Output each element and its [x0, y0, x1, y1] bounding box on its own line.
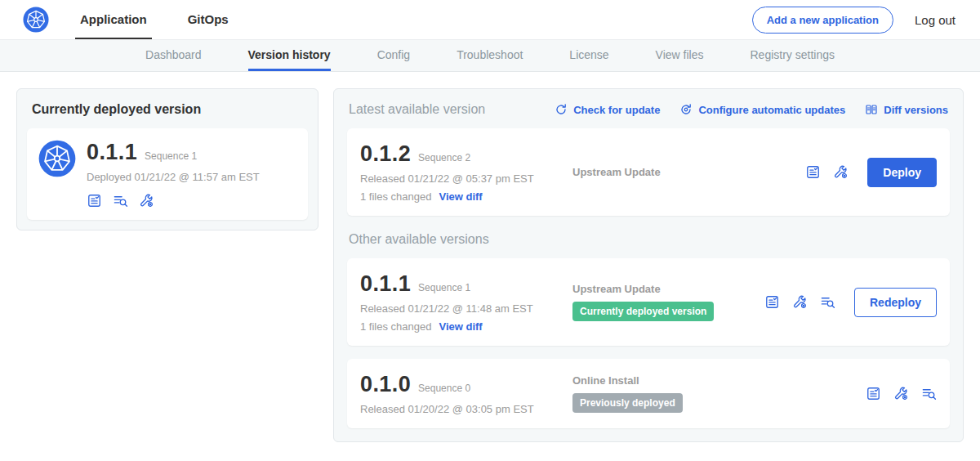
kubernetes-logo-icon: [23, 7, 49, 33]
sequence-label: Sequence 0: [418, 383, 470, 394]
deployed-version-number: 0.1.1: [87, 140, 137, 165]
source-label: Upstream Update: [572, 166, 805, 178]
deploy-button[interactable]: Deploy: [867, 158, 937, 187]
release-notes-icon[interactable]: [764, 294, 780, 310]
tab-application[interactable]: Application: [75, 0, 152, 39]
currently-deployed-panel: Currently deployed version 0.1.1 Sequenc…: [16, 88, 318, 230]
release-notes-icon[interactable]: [805, 164, 821, 180]
sequence-label: Sequence 2: [418, 152, 470, 163]
subnav-tab-config[interactable]: Config: [377, 40, 410, 71]
version-card-actions: [866, 386, 937, 401]
version-number: 0.1.0: [360, 372, 411, 397]
top-bar-right: Add a new application Log out: [752, 7, 956, 34]
config-icon[interactable]: [792, 294, 808, 310]
subnav-tab-troubleshoot[interactable]: Troubleshoot: [457, 40, 523, 71]
main-content: Currently deployed version 0.1.1 Sequenc…: [0, 72, 980, 459]
deployed-actions: [87, 193, 260, 208]
version-card-0-1-0: 0.1.0 Sequence 0 Released 01/20/22 @ 03:…: [347, 359, 950, 428]
version-source: Upstream Update Currently deployed versi…: [559, 283, 764, 321]
logs-icon[interactable]: [113, 193, 128, 208]
currently-deployed-badge: Currently deployed version: [572, 302, 714, 321]
diff-versions-icon: [865, 103, 878, 116]
version-actions: Check for update Configure automatic upd…: [555, 103, 948, 116]
released-timestamp: Released 01/20/22 @ 03:05 pm EST: [360, 403, 559, 415]
version-card-actions: Redeploy: [764, 288, 937, 317]
version-source: Upstream Update: [559, 166, 805, 178]
subnav-tab-version-history[interactable]: Version history: [248, 40, 331, 71]
previously-deployed-badge: Previously deployed: [572, 393, 683, 413]
subnav-tab-license[interactable]: License: [569, 40, 608, 71]
view-diff-link[interactable]: View diff: [439, 190, 482, 203]
version-number: 0.1.1: [360, 271, 411, 297]
subnav-tab-dashboard[interactable]: Dashboard: [145, 40, 202, 71]
top-nav: Application GitOps: [75, 0, 265, 39]
auto-update-icon: [679, 103, 693, 116]
source-label: Upstream Update: [572, 283, 764, 295]
deployed-sequence-label: Sequence 1: [145, 150, 197, 162]
released-timestamp: Released 01/21/22 @ 05:37 pm EST: [360, 172, 559, 185]
subnav-tab-registry-settings[interactable]: Registry settings: [751, 40, 835, 71]
refresh-icon: [555, 103, 568, 116]
deployed-timestamp: Deployed 01/21/22 @ 11:57 am EST: [87, 171, 260, 183]
diff-versions-label: Diff versions: [884, 104, 948, 116]
view-diff-link[interactable]: View diff: [439, 320, 482, 333]
files-changed-label: 1 files changed: [360, 190, 431, 203]
version-number: 0.1.2: [360, 141, 411, 167]
version-info: 0.1.2 Sequence 2 Released 01/21/22 @ 05:…: [360, 141, 559, 203]
deployed-version-info: 0.1.1 Sequence 1 Deployed 01/21/22 @ 11:…: [87, 140, 260, 208]
check-for-update-link[interactable]: Check for update: [555, 103, 660, 116]
app-icon: [38, 140, 76, 177]
version-card-0-1-1: 0.1.1 Sequence 1 Released 01/21/22 @ 11:…: [347, 258, 950, 346]
available-versions-panel: Latest available version Check for updat…: [333, 88, 964, 442]
version-info: 0.1.1 Sequence 1 Released 01/21/22 @ 11:…: [360, 271, 559, 333]
logout-link[interactable]: Log out: [915, 13, 956, 27]
release-notes-icon[interactable]: [866, 386, 881, 401]
source-label: Online Install: [572, 374, 866, 387]
deployed-version-card: 0.1.1 Sequence 1 Deployed 01/21/22 @ 11:…: [27, 128, 308, 220]
subnav-tab-view-files[interactable]: View files: [656, 40, 704, 71]
versions-panel-header: Latest available version Check for updat…: [349, 102, 948, 117]
other-versions-title: Other available versions: [349, 232, 948, 247]
latest-available-title: Latest available version: [349, 102, 485, 117]
version-card-actions: Deploy: [805, 158, 937, 187]
released-timestamp: Released 01/21/22 @ 11:48 am EST: [360, 302, 559, 315]
redeploy-button[interactable]: Redeploy: [854, 288, 937, 317]
version-card-0-1-2: 0.1.2 Sequence 2 Released 01/21/22 @ 05:…: [347, 128, 950, 216]
logs-icon[interactable]: [921, 386, 937, 401]
configure-automatic-updates-label: Configure automatic updates: [698, 104, 845, 116]
version-info: 0.1.0 Sequence 0 Released 01/20/22 @ 03:…: [360, 372, 559, 415]
version-source: Online Install Previously deployed: [559, 374, 866, 413]
configure-automatic-updates-link[interactable]: Configure automatic updates: [679, 103, 845, 116]
logs-icon[interactable]: [820, 294, 835, 310]
add-application-button[interactable]: Add a new application: [752, 7, 893, 34]
app-subnav: Dashboard Version history Config Trouble…: [0, 40, 980, 72]
tab-gitops[interactable]: GitOps: [183, 0, 234, 39]
check-for-update-label: Check for update: [573, 104, 660, 116]
config-icon[interactable]: [139, 193, 154, 208]
top-bar: Application GitOps Add a new application…: [0, 0, 980, 40]
diff-versions-link[interactable]: Diff versions: [865, 103, 948, 116]
files-changed-label: 1 files changed: [360, 320, 431, 333]
sequence-label: Sequence 1: [418, 282, 470, 293]
config-icon[interactable]: [833, 164, 849, 180]
config-icon[interactable]: [893, 386, 909, 401]
release-notes-icon[interactable]: [87, 193, 102, 208]
deployed-panel-title: Currently deployed version: [32, 102, 303, 117]
